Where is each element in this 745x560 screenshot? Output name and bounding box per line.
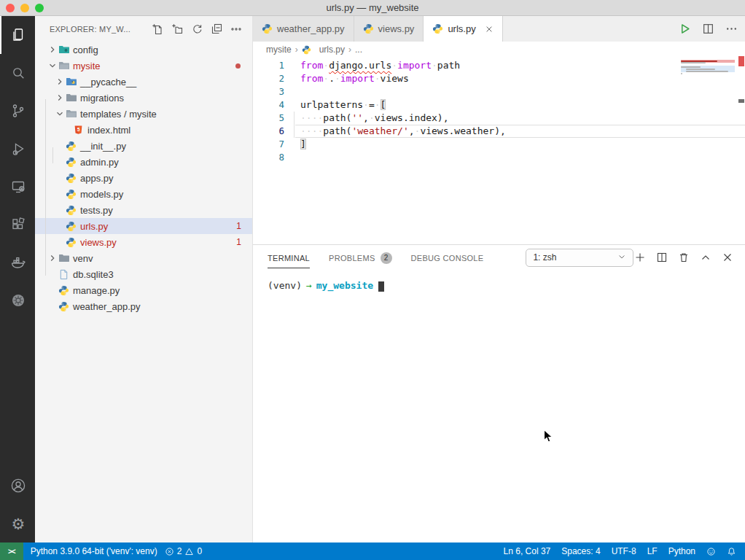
kill-terminal-icon[interactable] <box>678 252 690 263</box>
tab-label: weather_app.py <box>277 23 345 34</box>
terminal[interactable]: (venv)→my_website <box>253 270 745 292</box>
code-line-2[interactable]: 2from·.·import·views <box>253 72 745 85</box>
file-icon <box>58 268 73 280</box>
split-editor-icon[interactable] <box>702 23 714 35</box>
chevron-spacer <box>54 140 66 152</box>
panel-tab-debug-console[interactable]: DEBUG CONSOLE <box>411 247 484 268</box>
python-icon <box>262 23 273 35</box>
extensions-icon[interactable] <box>0 206 35 244</box>
tree-item-views-py[interactable]: views.py1 <box>35 234 252 250</box>
tree-item-urls-py[interactable]: urls.py1 <box>35 218 252 234</box>
run-debug-icon[interactable] <box>0 130 35 168</box>
more-actions-icon[interactable] <box>725 23 738 35</box>
explorer-title: EXPLORER: MY_W... <box>50 25 130 34</box>
problems-status[interactable]: 2 0 <box>165 546 202 556</box>
language-mode-status[interactable]: Python <box>668 546 695 556</box>
tree-item-db-sqlite3[interactable]: db.sqlite3 <box>35 266 252 282</box>
eol-status[interactable]: LF <box>647 546 658 556</box>
code-line-text: ····path('',·views.index), <box>300 112 449 125</box>
terminal-shell-select[interactable]: 1: zsh <box>526 249 633 267</box>
code-line-8[interactable]: 8 <box>253 151 745 164</box>
tree-item-config[interactable]: config <box>35 42 252 58</box>
panel-tab-label: TERMINAL <box>268 254 310 262</box>
panel-tab-label: DEBUG CONSOLE <box>411 254 484 262</box>
remote-explorer-icon[interactable] <box>0 168 35 206</box>
tree-item-templates-mysite[interactable]: templates / mysite <box>35 106 252 122</box>
settings-icon[interactable]: ⚙ <box>0 505 35 542</box>
new-terminal-icon[interactable] <box>634 252 646 263</box>
tree-item-admin-py[interactable]: admin.py <box>35 154 252 170</box>
accounts-icon[interactable] <box>0 467 35 505</box>
maximize-panel-icon[interactable] <box>700 252 711 263</box>
tree-item-init-py[interactable]: __init__.py <box>35 138 252 154</box>
tree-item-venv[interactable]: venv <box>35 250 252 266</box>
line-number: 8 <box>253 151 284 164</box>
activity-bar-spacer <box>0 319 35 467</box>
run-python-file-icon[interactable] <box>679 23 691 35</box>
code-line-7[interactable]: 7] <box>253 138 745 151</box>
breadcrumb-item-urls-py[interactable]: urls.py <box>302 44 345 55</box>
indentation-status[interactable]: Spaces: 4 <box>561 546 600 556</box>
tree-item-pycache[interactable]: __pycache__ <box>35 74 252 90</box>
code-line-3[interactable]: 3 <box>253 85 745 98</box>
close-tab-icon[interactable] <box>485 25 494 34</box>
tab-weather-app-py[interactable]: weather_app.py <box>253 16 354 42</box>
python-interpreter-status[interactable]: Python 3.9.0 64-bit ('venv': venv) <box>31 546 157 556</box>
terminal-cursor <box>378 281 384 292</box>
breadcrumb-item-mysite[interactable]: mysite <box>266 44 292 55</box>
remote-indicator[interactable]: >< <box>0 542 23 560</box>
breadcrumb: mysite›urls.py›... <box>253 42 745 58</box>
tab-urls-py[interactable]: urls.py <box>424 16 502 42</box>
panel-tab-problems[interactable]: PROBLEMS2 <box>329 246 392 270</box>
python-icon <box>58 300 73 312</box>
tree-item-label: mysite <box>73 61 101 71</box>
panel-tab-terminal[interactable]: TERMINAL <box>268 247 310 268</box>
tab-views-py[interactable]: views.py <box>354 16 424 42</box>
refresh-explorer-icon[interactable] <box>191 23 203 35</box>
code-line-1[interactable]: 1from·django.urls·import·path <box>253 59 745 72</box>
explorer-sidebar: EXPLORER: MY_W... configmysite__pycache_… <box>35 16 253 542</box>
code-editor[interactable]: 1from·django.urls·import·path2from·.·imp… <box>253 58 745 244</box>
python-icon <box>66 188 80 200</box>
close-panel-icon[interactable] <box>722 252 733 263</box>
code-line-4[interactable]: 4urlpatterns·=·[ <box>253 98 745 112</box>
source-control-icon[interactable] <box>0 92 35 130</box>
code-line-5[interactable]: 5····path('',·views.index), <box>253 112 745 125</box>
chevron-down-icon[interactable] <box>54 108 66 120</box>
search-icon[interactable] <box>0 54 35 92</box>
minimap-line <box>686 69 715 70</box>
new-folder-icon[interactable] <box>171 23 183 35</box>
chevron-right-icon[interactable] <box>47 44 58 55</box>
explorer-icon[interactable] <box>0 16 35 54</box>
python-icon <box>66 220 80 232</box>
tree-item-label: venv <box>73 253 93 264</box>
tree-item-manage-py[interactable]: manage.py <box>35 282 252 298</box>
code-line-6[interactable]: 6····path('weather/',·views.weather), <box>253 125 745 138</box>
bell-icon[interactable] <box>727 547 736 556</box>
chevron-down-icon[interactable] <box>47 60 58 71</box>
tree-item-index-html[interactable]: 5index.html <box>35 122 252 138</box>
new-file-icon[interactable] <box>152 23 163 35</box>
kubernetes-icon[interactable] <box>0 281 35 319</box>
chevron-right-icon[interactable] <box>54 92 66 104</box>
tree-item-models-py[interactable]: models.py <box>35 186 252 202</box>
tree-item-weather-app-py[interactable]: weather_app.py <box>35 298 252 314</box>
minimap[interactable] <box>681 60 735 79</box>
feedback-icon[interactable] <box>706 547 716 556</box>
breadcrumb-item-[interactable]: ... <box>355 44 362 55</box>
cursor-position-status[interactable]: Ln 6, Col 37 <box>504 546 551 556</box>
docker-icon[interactable] <box>0 244 35 281</box>
chevron-spacer <box>54 172 66 184</box>
encoding-status[interactable]: UTF-8 <box>612 546 636 556</box>
tree-item-mysite[interactable]: mysite <box>35 58 252 74</box>
chevron-right-icon[interactable] <box>54 76 66 88</box>
collapse-folders-icon[interactable] <box>211 23 222 35</box>
split-terminal-icon[interactable] <box>656 252 668 263</box>
problems-count-badge: 2 <box>381 252 392 264</box>
more-actions-icon[interactable] <box>230 23 242 35</box>
python-icon <box>66 236 80 248</box>
tree-item-migrations[interactable]: migrations <box>35 90 252 106</box>
chevron-right-icon[interactable] <box>47 252 58 264</box>
tree-item-tests-py[interactable]: tests.py <box>35 202 252 218</box>
tree-item-apps-py[interactable]: apps.py <box>35 170 252 186</box>
